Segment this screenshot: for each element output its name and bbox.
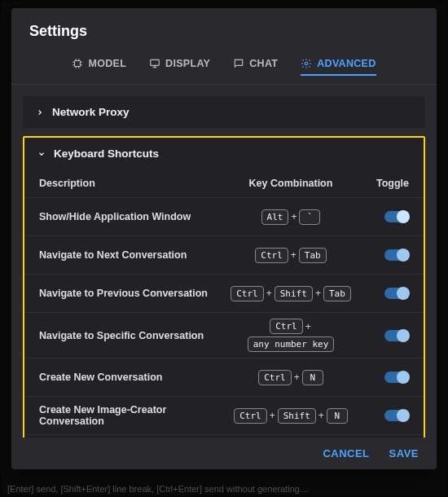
plus-separator: + <box>266 288 273 299</box>
plus-separator: + <box>269 410 276 421</box>
shortcut-description: Navigate to Next Conversation <box>39 249 222 261</box>
toggle-switch[interactable] <box>384 249 409 261</box>
tab-label: CHAT <box>249 58 278 69</box>
tab-chat[interactable]: CHAT <box>233 58 278 76</box>
key: Ctrl <box>234 408 267 424</box>
col-toggle: Toggle <box>360 178 409 189</box>
table-header: Description Key Combination Toggle <box>24 169 424 198</box>
table-row: Create New ConversationCtrl+N <box>24 358 424 397</box>
key-combination: Ctrl+any number key <box>222 319 360 352</box>
tab-display[interactable]: DISPLAY <box>149 58 210 76</box>
table-row: Navigate to Previous ConversationCtrl+Sh… <box>24 275 424 313</box>
toggle-switch[interactable] <box>384 372 409 383</box>
key: Tab <box>323 286 351 301</box>
panel-header-network[interactable]: Network Proxy <box>23 96 425 128</box>
panel-header-shortcuts[interactable]: Keyboard Shortcuts <box>24 138 424 169</box>
toggle-switch[interactable] <box>384 410 409 421</box>
toggle-cell <box>360 372 409 383</box>
key: Shift <box>275 286 313 301</box>
key: Shift <box>278 408 316 424</box>
key: Ctrl <box>231 286 264 301</box>
toggle-switch[interactable] <box>384 330 409 341</box>
settings-modal: Settings MODEL DISPLAY CHAT ADVANCED Net… <box>11 8 437 469</box>
key: Alt <box>261 209 289 225</box>
col-description: Description <box>39 178 222 189</box>
key-combination: Ctrl+N <box>222 370 360 385</box>
table-row: Navigate to Specific ConversationCtrl+an… <box>24 313 424 358</box>
plus-separator: + <box>293 372 301 383</box>
panel-keyboard-shortcuts: Keyboard Shortcuts Description Key Combi… <box>23 136 425 438</box>
toggle-cell <box>360 330 409 341</box>
col-key-combination: Key Combination <box>222 178 360 189</box>
tab-label: DISPLAY <box>165 58 210 69</box>
key-combination: Ctrl+Shift+Tab <box>222 286 360 301</box>
tabs: MODEL DISPLAY CHAT ADVANCED <box>11 51 437 85</box>
shortcut-description: Create New Image-Creator Conversation <box>39 404 222 427</box>
footer: CANCEL SAVE <box>11 438 437 469</box>
panel-title: Keyboard Shortcuts <box>54 147 159 160</box>
plus-separator: + <box>318 410 325 421</box>
key: ` <box>299 209 320 225</box>
chip-icon <box>72 58 83 69</box>
display-icon <box>149 58 160 69</box>
table-row: Navigate to Next ConversationCtrl+Tab <box>24 236 424 275</box>
key: Ctrl <box>258 370 292 385</box>
plus-separator: + <box>314 288 322 299</box>
cancel-button[interactable]: CANCEL <box>323 447 369 460</box>
key: Tab <box>299 248 327 263</box>
toggle-cell <box>360 288 409 299</box>
svg-point-2 <box>305 62 308 65</box>
key: N <box>327 408 348 424</box>
table-row: Show/Hide Application WindowAlt+` <box>24 198 424 236</box>
chevron-down-icon <box>37 150 46 158</box>
tab-advanced[interactable]: ADVANCED <box>301 58 376 76</box>
tab-model[interactable]: MODEL <box>72 58 126 76</box>
chevron-right-icon <box>36 108 44 117</box>
tab-label: ADVANCED <box>317 58 376 69</box>
shortcut-description: Show/Hide Application Window <box>39 211 222 222</box>
key-combination: Ctrl+Tab <box>222 248 360 263</box>
panel-network-proxy: Network Proxy <box>23 96 425 128</box>
key-combination: Alt+` <box>222 209 360 225</box>
key-combination: Ctrl+Shift+N <box>222 408 360 424</box>
key: any number key <box>248 336 335 352</box>
chat-icon <box>233 58 244 69</box>
toggle-cell <box>360 249 409 261</box>
key: N <box>302 370 323 385</box>
plus-separator: + <box>290 249 297 261</box>
key: Ctrl <box>255 248 288 263</box>
toggle-cell <box>360 410 409 421</box>
panel-title: Network Proxy <box>52 106 130 118</box>
tab-label: MODEL <box>88 58 126 69</box>
shortcut-description: Navigate to Previous Conversation <box>39 288 222 299</box>
plus-separator: + <box>305 321 312 332</box>
toggle-switch[interactable] <box>384 288 409 299</box>
key: Ctrl <box>270 319 303 334</box>
toggle-switch[interactable] <box>384 211 409 222</box>
save-button[interactable]: SAVE <box>389 447 419 460</box>
plus-separator: + <box>290 211 297 222</box>
page-title: Settings <box>11 8 437 51</box>
shortcut-description: Navigate to Specific Conversation <box>39 330 222 341</box>
svg-rect-0 <box>75 61 81 67</box>
shortcut-description: Create New Conversation <box>39 372 222 383</box>
svg-rect-1 <box>151 59 160 65</box>
gear-icon <box>301 58 312 69</box>
table-row: Create New Image-Creator ConversationCtr… <box>24 397 424 435</box>
background-text: [Enter] send, [Shift+Enter] line break, … <box>4 481 444 497</box>
toggle-cell <box>360 211 409 222</box>
